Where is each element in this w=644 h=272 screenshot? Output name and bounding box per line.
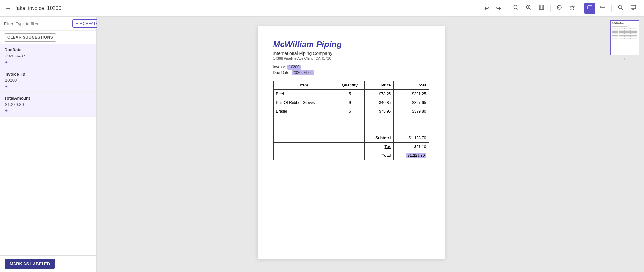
tax-value: $91.10 [394, 143, 429, 151]
back-button[interactable]: ← [5, 5, 12, 12]
due-date-value-highlight: 2020-04-09 [292, 70, 314, 75]
undo-button[interactable]: ↩ [482, 3, 492, 14]
measure-icon [600, 5, 606, 12]
main-layout: Filter + + CREATE NEW FIELD CLEAR SUGGES… [0, 17, 644, 272]
clear-suggestions-button[interactable]: CLEAR SUGGESTIONS [4, 33, 56, 42]
total-label: Total [364, 151, 394, 160]
invoice-number-highlight: 10200 [287, 65, 301, 70]
plus-icon: + [76, 21, 78, 26]
field-item-totalamount: TotalAmount $1,229.80 ✦ [0, 93, 96, 117]
redo-button[interactable]: ↪ [494, 3, 504, 14]
svg-marker-10 [570, 5, 574, 10]
row1-item: Beef [273, 90, 335, 98]
row3-cost: $379.80 [394, 107, 429, 116]
filter-row: Filter + + CREATE NEW FIELD [0, 17, 96, 31]
zoom-out-icon [513, 5, 519, 12]
left-panel: Filter + + CREATE NEW FIELD CLEAR SUGGES… [0, 17, 97, 272]
toolbar-divider-2 [550, 5, 551, 12]
select-icon [587, 5, 593, 12]
mark-labeled-button[interactable]: MARK AS LABELED [5, 259, 55, 269]
col-header-cost: Cost [394, 81, 429, 90]
filter-input[interactable] [16, 21, 70, 26]
invoice-meta-date: Due Date: 2020-04-09 [273, 70, 429, 75]
zoom-in-button[interactable] [523, 3, 534, 14]
select-button[interactable] [584, 3, 595, 14]
table-row: Pair Of Rubber Gloves 9 $40.85 $367.65 [273, 98, 429, 107]
doc-page: McWilliam Piping International Piping Co… [258, 26, 445, 259]
field-value-totalamount: $1,229.80 [5, 102, 92, 107]
subtotal-value: $1,138.70 [394, 134, 429, 143]
fields-list: DueDate 2020-04-09 ✦ Invoice_ID 10200 ✦ … [0, 44, 96, 255]
top-bar: ← fake_invoice_10200 ↩ ↪ [0, 0, 644, 17]
company-name: McWilliam Piping [273, 39, 429, 49]
field-icon-invoiceid[interactable]: ✦ [5, 84, 92, 89]
col-header-item: Item [273, 81, 335, 90]
due-date-label: Due Date: [273, 70, 291, 75]
rotate-icon [556, 5, 562, 12]
row1-cost: $391.25 [394, 90, 429, 98]
table-header-row: Item Quantity Price Cost [273, 81, 429, 90]
total-value: $1,229.80 [394, 151, 429, 160]
zoom-in-icon [526, 5, 532, 12]
svg-rect-11 [588, 6, 592, 9]
row2-qty: 9 [335, 98, 364, 107]
svg-rect-17 [631, 5, 636, 9]
table-row-total: Total $1,229.80 [273, 151, 429, 160]
svg-line-16 [621, 8, 623, 10]
field-name-duedate: DueDate [5, 47, 92, 52]
col-header-qty: Quantity [335, 81, 364, 90]
row3-qty: 5 [335, 107, 364, 116]
invoice-table: Item Quantity Price Cost Beef 5 $78.25 $… [273, 81, 429, 160]
toolbar-divider-4 [611, 5, 612, 12]
bottom-bar: MARK AS LABELED [0, 255, 96, 272]
row2-item: Pair Of Rubber Gloves [273, 98, 335, 107]
monitor-button[interactable] [628, 3, 639, 14]
row2-price: $40.85 [364, 98, 394, 107]
field-value-duedate: 2020-04-09 [5, 54, 92, 58]
company-sub: International Piping Company [273, 51, 429, 56]
field-item-invoiceid: Invoice_ID 10200 ✦ [0, 68, 96, 93]
invoice-meta-number: Invoice: 10200 [273, 65, 429, 69]
row1-price: $78.25 [364, 90, 394, 98]
col-header-price: Price [364, 81, 394, 90]
svg-line-6 [530, 8, 531, 10]
svg-rect-7 [539, 5, 544, 10]
rotate-button[interactable] [554, 3, 565, 14]
thumbnail-page-num: 1 [624, 57, 626, 61]
toolbar-divider-1 [507, 5, 507, 12]
table-row-subtotal: Subtotal $1,138.70 [273, 134, 429, 143]
doc-area: McWilliam Piping International Piping Co… [97, 17, 605, 272]
svg-line-2 [517, 8, 518, 10]
redo-icon: ↪ [496, 5, 501, 12]
undo-icon: ↩ [484, 5, 489, 12]
fit-button[interactable] [536, 3, 547, 14]
svg-point-15 [619, 5, 622, 9]
filter-label: Filter [4, 21, 13, 26]
table-row-tax: Tax $91.10 [273, 143, 429, 151]
search-button[interactable] [615, 3, 626, 14]
tax-label: Tax [364, 143, 394, 151]
zoom-out-button[interactable] [510, 3, 521, 14]
field-item-duedate: DueDate 2020-04-09 ✦ [0, 44, 96, 68]
thumbnail-card[interactable]: McWilliam Form [610, 20, 639, 55]
table-row: Eraser 5 $75.96 $379.80 [273, 107, 429, 116]
table-row-empty-2 [273, 125, 429, 134]
table-row: Beef 5 $78.25 $391.25 [273, 90, 429, 98]
toolbar-divider-3 [581, 5, 581, 12]
doc-title: fake_invoice_10200 [15, 5, 482, 11]
field-icon-totalamount[interactable]: ✦ [5, 108, 92, 113]
row3-item: Eraser [273, 107, 335, 116]
field-icon-duedate[interactable]: ✦ [5, 60, 92, 65]
row2-cost: $367.65 [394, 98, 429, 107]
field-name-invoiceid: Invoice_ID [5, 72, 92, 76]
measure-button[interactable] [597, 3, 608, 14]
field-name-totalamount: TotalAmount [5, 96, 92, 101]
field-value-invoiceid: 10200 [5, 78, 92, 83]
row3-price: $75.96 [364, 107, 394, 116]
table-row-empty-1 [273, 116, 429, 125]
back-icon: ← [5, 5, 12, 12]
toolbar: ↩ ↪ [482, 3, 639, 14]
magic-button[interactable] [567, 3, 578, 14]
company-addr: 14368 Pipeline Ave Chino, CA 91710 [273, 56, 429, 60]
right-panel: McWilliam Form 1 [605, 17, 644, 272]
